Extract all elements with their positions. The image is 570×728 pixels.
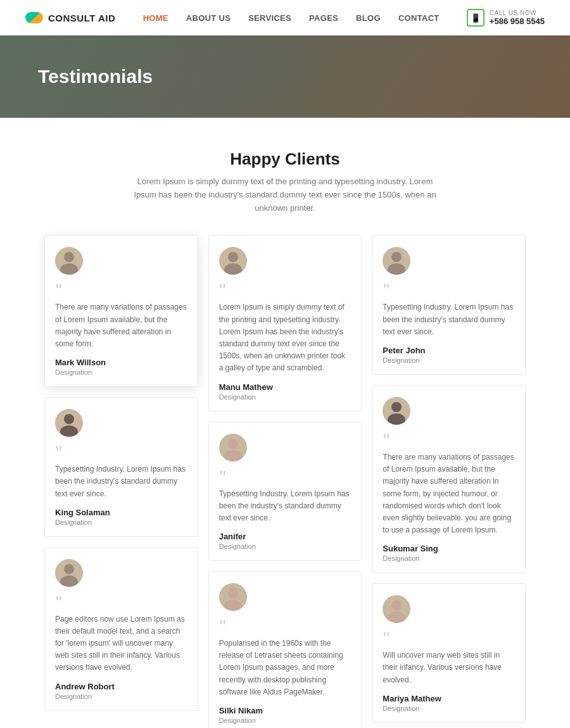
quote-mark: " (55, 281, 187, 299)
svg-point-12 (391, 252, 402, 262)
testimonial-name-3: Peter John (383, 346, 515, 355)
quote-mark: " (383, 431, 515, 449)
logo-icon (25, 12, 43, 23)
hero-title: Testimonials (38, 66, 153, 87)
testimonial-designation-1: Designation (55, 368, 187, 376)
avatar-3 (383, 247, 410, 275)
avatar-6 (383, 397, 410, 425)
svg-point-5 (60, 575, 78, 587)
nav-blog[interactable]: BLOG (356, 13, 381, 23)
quote-mark: " (219, 617, 352, 635)
testimonial-card-7: " Page editors now use Lorem Ipsum as th… (44, 547, 198, 711)
nav-contact[interactable]: CONTACT (398, 13, 440, 23)
svg-point-0 (64, 252, 74, 262)
nav-services[interactable]: SERVICES (248, 13, 291, 23)
quote-mark: " (383, 629, 515, 647)
quote-mark: " (55, 443, 187, 461)
phone-number: +586 958 5545 (490, 16, 545, 26)
testimonial-text-5: Typesetting Industry. Lorem Ipsum has be… (219, 488, 352, 525)
testimonial-name-5: Janifer (219, 532, 352, 541)
testimonial-text-4: Typesetting Industry. Lorem Ipsum has be… (55, 463, 187, 500)
quote-mark: " (55, 593, 187, 611)
testimonial-text-1: There are many variations of passages of… (55, 301, 187, 350)
testimonial-designation-2: Designation (219, 393, 352, 401)
testimonial-card-6: " There are many variations of passages … (372, 385, 526, 573)
svg-point-13 (388, 263, 405, 275)
quote-mark: " (219, 281, 352, 299)
testimonial-text-6: There are many variations of passages of… (383, 451, 515, 536)
navbar: CONSULT AID HOME ABOUT US SERVICES PAGES… (0, 0, 570, 35)
svg-point-1 (60, 263, 78, 275)
section-subtitle: Lorem Ipsum is simply dummy text of the … (133, 175, 437, 215)
svg-point-4 (64, 564, 74, 574)
svg-point-10 (228, 588, 238, 598)
testimonial-name-2: Manu Mathew (219, 382, 352, 392)
testimonial-text-8: Popularised in the 1960s with the releas… (219, 637, 352, 698)
testimonial-card-8: " Popularised in the 1960s with the rele… (208, 571, 362, 728)
nav-home[interactable]: HOME (143, 13, 168, 23)
testimonial-name-4: King Solaman (55, 508, 187, 517)
nav-about[interactable]: ABOUT US (186, 13, 231, 23)
svg-point-15 (388, 413, 405, 425)
testimonial-text-2: Lorem Ipsum is simply dummy text of the … (219, 301, 352, 374)
testimonial-name-6: Sukumar Sing (383, 544, 515, 553)
avatar-1 (55, 247, 83, 275)
testimonial-text-9: Will uncover many web sites still in the… (383, 650, 515, 686)
call-us-label: CALL US NOW (490, 9, 545, 16)
testimonial-name-9: Mariya Mathew (383, 694, 515, 703)
svg-point-11 (224, 599, 242, 611)
avatar-9 (383, 595, 410, 623)
section-title: Happy Clients (38, 149, 532, 169)
happy-clients-section: Happy Clients Lorem Ipsum is simply dumm… (0, 118, 570, 728)
nav-pages[interactable]: PAGES (309, 13, 338, 23)
testimonial-designation-6: Designation (383, 555, 515, 562)
testimonial-designation-4: Designation (55, 518, 187, 526)
testimonial-card-9: " Will uncover many web sites still in t… (372, 583, 526, 723)
svg-point-9 (224, 450, 242, 461)
testimonial-name-8: Silki Nikam (219, 706, 352, 715)
testimonial-designation-3: Designation (383, 356, 515, 364)
avatar-4 (55, 409, 83, 437)
testimonial-card-4: " Typesetting Industry. Lorem Ipsum has … (44, 397, 198, 537)
phone-info: 📱 CALL US NOW +586 958 5545 (467, 9, 545, 27)
svg-point-3 (60, 425, 78, 437)
logo-text: CONSULT AID (48, 13, 115, 23)
testimonial-card-1: " There are many variations of passages … (44, 235, 198, 387)
testimonial-card-3: " Typesetting Industry. Lorem Ipsum has … (372, 235, 526, 375)
testimonial-card-5: " Typesetting Industry. Lorem Ipsum has … (208, 422, 362, 562)
testimonial-designation-7: Designation (55, 693, 187, 700)
logo[interactable]: CONSULT AID (25, 12, 115, 23)
phone-icon: 📱 (467, 9, 484, 27)
testimonial-designation-8: Designation (219, 717, 352, 724)
hero-banner: Testimonials (0, 35, 570, 118)
testimonial-text-3: Typesetting Industry. Lorem Ipsum has be… (383, 301, 515, 338)
svg-point-14 (391, 402, 402, 412)
testimonial-name-1: Mark Willson (55, 358, 187, 367)
testimonial-designation-5: Designation (219, 543, 352, 550)
testimonial-card-2: " Lorem Ipsum is simply dummy text of th… (208, 235, 362, 411)
avatar-5 (219, 434, 247, 461)
main-nav: HOME ABOUT US SERVICES PAGES BLOG CONTAC… (143, 13, 440, 23)
avatar-8 (219, 583, 247, 611)
quote-mark: " (219, 468, 352, 486)
svg-point-16 (391, 600, 402, 610)
svg-point-2 (64, 414, 74, 424)
svg-point-7 (224, 263, 242, 275)
testimonial-grid: " There are many variations of passages … (44, 235, 526, 728)
quote-mark: " (383, 281, 515, 299)
testimonial-designation-9: Designation (383, 705, 515, 712)
svg-point-17 (388, 612, 405, 623)
avatar-7 (55, 559, 83, 587)
testimonial-name-7: Andrew Robort (55, 682, 187, 691)
testimonial-text-7: Page editors now use Lorem Ipsum as thei… (55, 613, 187, 674)
svg-point-6 (228, 252, 238, 262)
avatar-2 (219, 247, 247, 275)
svg-point-8 (228, 439, 238, 449)
